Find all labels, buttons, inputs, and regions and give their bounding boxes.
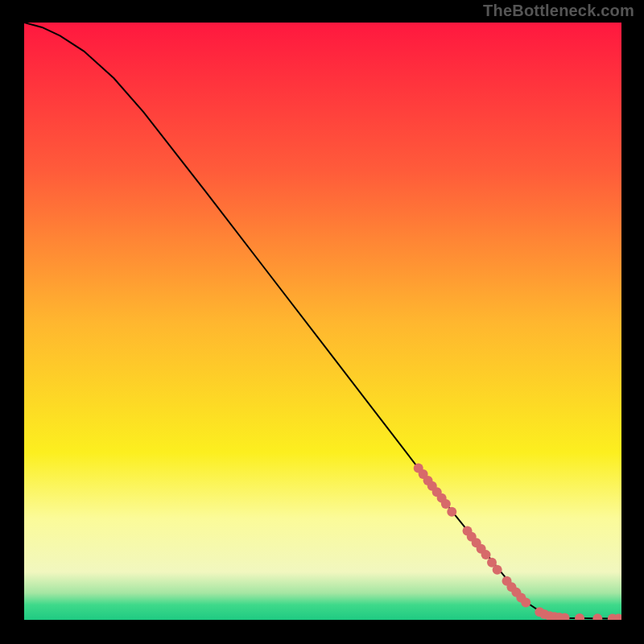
chart-frame: TheBottleneck.com	[0, 0, 644, 644]
gradient-background	[24, 23, 621, 620]
highlight-dot	[481, 550, 491, 559]
highlight-dot	[447, 507, 456, 517]
highlight-dot	[521, 597, 530, 607]
bottleneck-chart	[24, 23, 621, 620]
attribution-label: TheBottleneck.com	[483, 2, 634, 20]
highlight-dot	[493, 565, 502, 575]
highlight-dot	[441, 499, 451, 509]
plot-area	[24, 23, 621, 620]
